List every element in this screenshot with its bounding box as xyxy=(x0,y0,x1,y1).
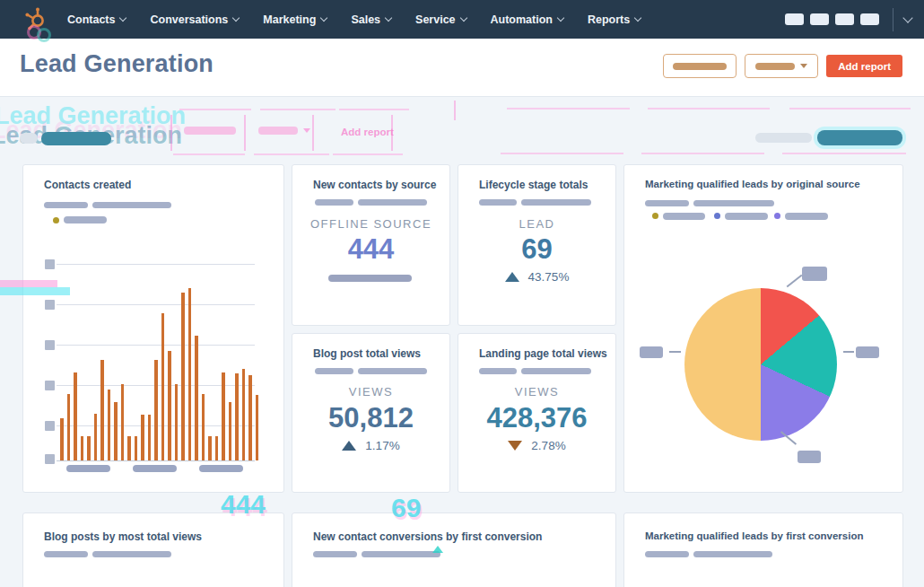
glitch-artifact xyxy=(258,127,298,135)
report-title: Marketing qualified leads by first conve… xyxy=(645,530,863,541)
nav-item-sales[interactable]: Sales xyxy=(351,13,391,26)
legend-dot xyxy=(53,217,59,223)
bar xyxy=(87,436,91,460)
chevron-down-icon xyxy=(385,14,392,22)
bar xyxy=(256,395,259,460)
bar xyxy=(168,351,171,460)
y-tick-skeleton xyxy=(45,259,55,269)
report-title: Blog post total views xyxy=(313,347,421,360)
subtitle-skeleton xyxy=(358,199,427,206)
nav-icon-placeholder-2[interactable] xyxy=(810,13,829,25)
chevron-down-icon xyxy=(232,14,240,22)
subtitle-skeleton xyxy=(521,368,591,374)
x-axis-label-skeleton xyxy=(133,465,177,472)
metric-value: 444 xyxy=(292,233,449,266)
subtitle-skeleton xyxy=(92,202,171,208)
dashboard-dropdown-button-skeleton[interactable] xyxy=(745,54,818,78)
skeleton-bar xyxy=(755,63,795,70)
account-chevron-down-icon[interactable] xyxy=(902,13,912,22)
add-report-button[interactable]: Add report xyxy=(826,55,902,77)
nav-item-label: Reports xyxy=(588,13,630,26)
pie-callout-label-skeleton xyxy=(856,346,879,358)
nav-item-marketing[interactable]: Marketing xyxy=(263,13,327,26)
bar xyxy=(222,372,225,460)
legend-label-skeleton xyxy=(785,213,828,220)
glitch-artifact xyxy=(501,153,623,154)
subtitle-skeleton xyxy=(645,200,689,206)
glitch-artifact xyxy=(312,115,314,151)
bar xyxy=(154,360,158,460)
toolbar-action-button-skeleton[interactable] xyxy=(817,130,902,145)
nav-item-automation[interactable]: Automation xyxy=(491,13,563,26)
triangle-down-icon xyxy=(508,441,522,451)
glitch-artifact xyxy=(641,153,764,154)
y-tick-skeleton xyxy=(45,421,55,431)
nav-item-contacts[interactable]: Contacts xyxy=(67,13,126,26)
nav-icon-placeholder-3[interactable] xyxy=(835,13,854,25)
hubspot-sprocket-icon[interactable] xyxy=(23,6,48,31)
glitch-artifact xyxy=(789,108,911,110)
nav-item-service[interactable]: Service xyxy=(415,13,466,26)
triangle-up-icon xyxy=(505,272,519,282)
y-tick-skeleton xyxy=(45,454,55,464)
nav-icon-placeholder-4[interactable] xyxy=(860,13,879,25)
bar xyxy=(208,436,212,460)
nav-icon-placeholder-1[interactable] xyxy=(785,13,804,25)
bar xyxy=(108,390,111,460)
bar xyxy=(74,372,77,460)
toolbar-skeleton-label-right xyxy=(755,133,812,143)
bar xyxy=(195,336,198,460)
toolbar-filter-button-skeleton[interactable] xyxy=(41,132,111,145)
page-title: Lead Generation xyxy=(20,50,214,78)
metric-value: 428,376 xyxy=(458,402,615,434)
dashboard-action-button-skeleton[interactable] xyxy=(663,54,737,78)
pie-callout-label-skeleton xyxy=(802,267,827,281)
bar xyxy=(81,436,84,460)
glitch-artifact xyxy=(173,153,245,155)
pie-callout-label-skeleton xyxy=(798,451,821,463)
page-header: Lead Generation Add report xyxy=(0,39,924,97)
bar xyxy=(202,394,205,460)
subtitle-skeleton xyxy=(315,199,353,206)
y-tick-skeleton xyxy=(45,300,55,310)
bar xyxy=(181,293,185,460)
nav-divider xyxy=(893,8,893,31)
legend-label-skeleton xyxy=(725,213,768,220)
card-blog-post-total-views: Blog post total views VIEWS 50,812 1.17% xyxy=(292,333,450,493)
report-title: Lifecycle stage totals xyxy=(479,179,588,191)
subtitle-skeleton xyxy=(315,368,353,374)
metric-label: VIEWS xyxy=(292,385,449,399)
metric-label: OFFLINE SOURCE xyxy=(292,217,449,231)
card-landing-page-total-views: Landing page total views VIEWS 428,376 2… xyxy=(458,333,616,493)
y-tick-skeleton xyxy=(45,340,55,350)
gridline xyxy=(57,264,255,265)
report-title: New contact conversions by first convers… xyxy=(313,530,542,543)
bar xyxy=(235,373,239,460)
bar xyxy=(114,402,118,460)
glitch-ghost-button-label: Add report xyxy=(341,127,394,137)
glitch-artifact xyxy=(333,153,403,155)
card-mql-by-original-source: Marketing qualified leads by original so… xyxy=(623,164,903,493)
delta-value: 2.78% xyxy=(531,439,565,452)
bar-chart-bars xyxy=(60,288,258,460)
report-title: Contacts created xyxy=(44,179,131,191)
nav-item-conversations[interactable]: Conversations xyxy=(150,13,239,26)
chevron-down-icon xyxy=(557,14,564,22)
nav-item-reports[interactable]: Reports xyxy=(588,13,641,26)
legend-dot xyxy=(652,213,658,219)
nav-right-icons xyxy=(785,0,911,39)
glitch-artifact xyxy=(648,108,770,110)
bar xyxy=(215,436,219,460)
nav-item-label: Marketing xyxy=(263,13,316,26)
legend-label-skeleton xyxy=(64,216,107,223)
bar xyxy=(94,414,98,460)
bar xyxy=(175,384,179,460)
delta-value: 1.17% xyxy=(365,439,399,452)
legend-label-skeleton xyxy=(663,213,705,220)
x-axis-label-skeleton xyxy=(66,465,110,472)
legend-dot xyxy=(714,213,720,219)
subtitle-skeleton xyxy=(92,551,171,557)
glitch-ghost-title: Lead Generation xyxy=(0,102,186,130)
bar xyxy=(100,360,104,460)
glitch-artifact xyxy=(179,109,251,110)
